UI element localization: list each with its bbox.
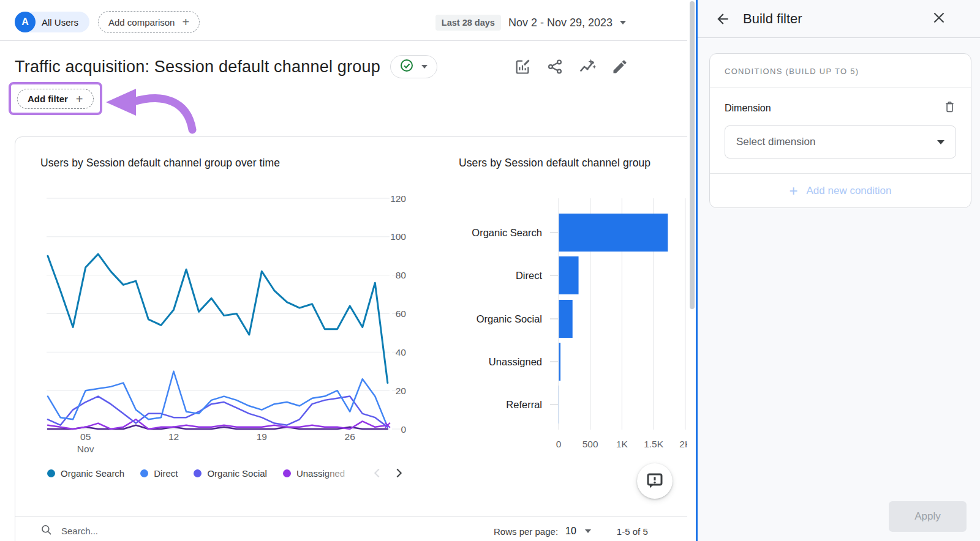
svg-text:26: 26	[345, 431, 355, 442]
svg-text:12: 12	[168, 431, 179, 442]
chevron-down-icon	[620, 21, 626, 24]
date-range-badge: Last 28 days	[435, 15, 501, 31]
line-chart: 02040608010012005Nov121926	[40, 189, 426, 461]
legend-dot-icon	[47, 469, 55, 477]
back-arrow-icon[interactable]	[714, 10, 732, 28]
svg-text:60: 60	[396, 308, 407, 319]
svg-text:100: 100	[390, 231, 406, 242]
legend-item: Direct	[140, 468, 178, 479]
svg-text:500: 500	[582, 439, 598, 449]
svg-text:40: 40	[396, 347, 407, 357]
panel-divider	[698, 37, 980, 38]
svg-text:05: 05	[80, 431, 91, 442]
data-quality-pill[interactable]	[390, 55, 437, 78]
trash-icon[interactable]	[943, 100, 956, 116]
edit-chart-icon[interactable]	[513, 58, 532, 76]
select-dimension-placeholder: Select dimension	[736, 136, 815, 148]
add-condition-label: Add new condition	[807, 185, 892, 197]
feedback-button[interactable]	[637, 463, 673, 499]
apply-button[interactable]: Apply	[889, 501, 967, 532]
svg-text:Referral: Referral	[506, 399, 542, 410]
line-chart-title: Users by Session default channel group o…	[40, 157, 280, 170]
header-divider	[0, 40, 687, 41]
svg-text:120: 120	[390, 193, 406, 204]
add-comparison-button[interactable]: Add comparison +	[98, 11, 200, 33]
date-range-text: Nov 2 - Nov 29, 2023	[508, 17, 612, 29]
rows-per-page-label: Rows per page:	[494, 526, 558, 537]
edit-pencil-icon[interactable]	[611, 58, 629, 76]
legend-dot-icon	[283, 469, 291, 477]
all-users-label: All Users	[42, 17, 78, 28]
chevron-down-icon	[421, 65, 428, 69]
svg-text:19: 19	[257, 431, 267, 442]
svg-text:0: 0	[401, 424, 406, 435]
pagination-range: 1-5 of 5	[617, 526, 648, 537]
chart-legend: Organic SearchDirectOrganic SocialUnassi…	[47, 468, 369, 479]
svg-text:1K: 1K	[616, 439, 628, 449]
insights-icon[interactable]	[578, 58, 597, 76]
add-filter-label: Add filter	[28, 94, 68, 104]
legend-dot-icon	[140, 469, 148, 477]
svg-text:Unassigned: Unassigned	[489, 356, 542, 367]
search-placeholder: Search...	[61, 526, 98, 536]
svg-text:1.5K: 1.5K	[644, 439, 664, 449]
annotation-arrow	[104, 83, 201, 136]
page-title: Traffic acquisition: Session default cha…	[15, 58, 380, 76]
build-filter-panel: Build filter CONDITIONS (BUILD UP TO 5) …	[696, 0, 980, 541]
table-search[interactable]: Search...	[40, 523, 98, 539]
conditions-card: CONDITIONS (BUILD UP TO 5) Dimension Sel…	[709, 53, 971, 208]
vertical-scrollbar[interactable]	[690, 1, 695, 309]
legend-item: Organic Search	[47, 468, 124, 479]
audience-bar: A All Users Add comparison +	[15, 11, 200, 33]
table-pagination: Rows per page: 10 1-5 of 5	[494, 524, 648, 539]
share-icon[interactable]	[546, 58, 564, 76]
panel-title: Build filter	[743, 11, 802, 27]
add-filter-button[interactable]: Add filter +	[17, 89, 94, 109]
svg-text:Organic Social: Organic Social	[477, 313, 542, 324]
dimension-label: Dimension	[725, 103, 771, 114]
add-new-condition-button[interactable]: + Add new condition	[710, 174, 971, 207]
avatar: A	[15, 12, 36, 32]
plus-icon: +	[182, 16, 189, 28]
bar-chart: 05001K1.5K2KOrganic SearchDirectOrganic …	[438, 189, 687, 465]
close-icon[interactable]	[930, 9, 948, 27]
svg-text:2K: 2K	[679, 439, 687, 449]
date-range-picker[interactable]: Last 28 days Nov 2 - Nov 29, 2023	[435, 15, 626, 31]
svg-text:0: 0	[556, 439, 562, 449]
legend-item: Organic Social	[194, 468, 267, 479]
chevron-down-icon[interactable]	[585, 529, 591, 533]
legend-chevron-right-icon[interactable]	[391, 465, 407, 481]
chevron-down-icon	[937, 140, 944, 144]
svg-text:Direct: Direct	[516, 270, 543, 281]
search-icon	[40, 524, 53, 538]
legend-chevron-left-icon[interactable]	[369, 465, 385, 481]
verified-check-icon	[400, 59, 413, 75]
main-content: A All Users Add comparison + Last 28 day…	[0, 0, 687, 541]
svg-text:80: 80	[396, 270, 407, 280]
legend-dot-icon	[194, 469, 202, 477]
select-dimension-dropdown[interactable]: Select dimension	[725, 125, 956, 159]
svg-text:Organic Search: Organic Search	[472, 227, 542, 238]
plus-icon: +	[790, 184, 798, 198]
conditions-header: CONDITIONS (BUILD UP TO 5)	[710, 54, 971, 88]
rows-per-page-select[interactable]: 10	[565, 526, 576, 537]
bar-chart-title: Users by Session default channel group	[459, 157, 650, 170]
feedback-bubble-icon	[645, 471, 665, 492]
add-comparison-label: Add comparison	[108, 17, 175, 28]
table-footer-divider	[15, 517, 687, 517]
all-users-chip[interactable]: A All Users	[15, 12, 89, 32]
report-toolbar	[513, 58, 629, 76]
plus-icon: +	[76, 93, 83, 105]
svg-text:Nov: Nov	[77, 444, 94, 454]
svg-text:20: 20	[396, 386, 407, 396]
report-card: Users by Session default channel group o…	[15, 136, 687, 541]
